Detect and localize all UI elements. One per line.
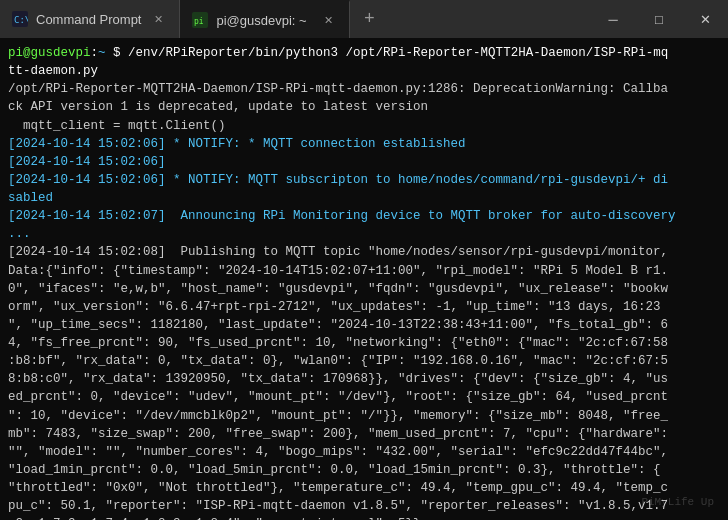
terminal-output[interactable]: pi@gusdevpi:~ $ /env/RPiReporter/bin/pyt… [0, 38, 728, 520]
cmd-icon: C:\ [12, 11, 28, 27]
svg-text:pi: pi [194, 17, 204, 26]
minimize-button[interactable]: ─ [590, 0, 636, 38]
prompt-user: pi@gusdevpi [8, 46, 91, 60]
terminal-line: [2024-10-14 15:02:08] Publishing to MQTT… [8, 243, 720, 520]
title-bar: C:\ Command Prompt ✕ pi pi@gusdevpi: ~ ✕… [0, 0, 728, 38]
tab2-close-button[interactable]: ✕ [319, 11, 337, 29]
prompt-line: pi@gusdevpi:~ $ /env/RPiReporter/bin/pyt… [8, 44, 720, 80]
maximize-button[interactable]: □ [636, 0, 682, 38]
terminal-line: /opt/RPi-Reporter-MQTT2HA-Daemon/ISP-RPi… [8, 80, 720, 116]
tab-command-prompt[interactable]: C:\ Command Prompt ✕ [0, 0, 180, 38]
terminal-line: mqtt_client = mqtt.Client() [8, 117, 720, 135]
tab1-label: Command Prompt [36, 12, 141, 27]
pi-icon: pi [192, 12, 208, 28]
tab-pi-gusdevpi[interactable]: pi pi@gusdevpi: ~ ✕ [180, 0, 350, 38]
tab2-label: pi@gusdevpi: ~ [216, 13, 306, 28]
terminal-line: [2024-10-14 15:02:06] * NOTIFY: MQTT sub… [8, 171, 720, 207]
terminal-line: [2024-10-14 15:02:06] * NOTIFY: * MQTT c… [8, 135, 720, 153]
svg-text:C:\: C:\ [14, 15, 28, 25]
terminal-line: [2024-10-14 15:02:06] [8, 153, 720, 171]
titlebar-spacer [388, 0, 590, 38]
prompt-dir: ~ [98, 46, 106, 60]
window-controls: ─ □ ✕ [590, 0, 728, 38]
tab1-close-button[interactable]: ✕ [149, 10, 167, 28]
close-button[interactable]: ✕ [682, 0, 728, 38]
terminal-line: [2024-10-14 15:02:07] Announcing RPi Mon… [8, 207, 720, 243]
new-tab-button[interactable]: + [350, 0, 388, 38]
